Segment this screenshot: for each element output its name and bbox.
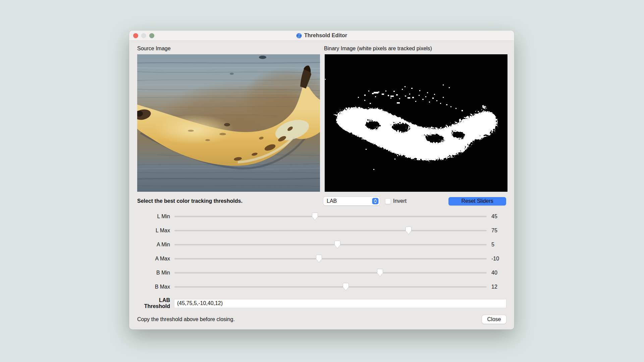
slider-track[interactable] (174, 258, 487, 259)
window-title: Threhsold Editor (304, 33, 347, 39)
slider-track[interactable] (174, 230, 487, 231)
close-button[interactable]: Close (482, 315, 506, 324)
slider-thumb[interactable] (334, 241, 340, 249)
traffic-lights (133, 33, 154, 38)
binary-image (325, 54, 507, 192)
slider-track[interactable] (174, 244, 487, 245)
slider-track[interactable] (174, 272, 487, 274)
invert-checkbox[interactable] (385, 198, 391, 204)
binary-image-label: Binary Image (white pixels are tracked p… (324, 46, 506, 52)
l-max-slider[interactable] (174, 226, 487, 235)
slider-thumb[interactable] (377, 269, 383, 277)
l-min-slider[interactable] (174, 212, 487, 221)
slider-value: 5 (491, 242, 506, 248)
colorspace-select[interactable]: LAB (323, 197, 380, 205)
slider-value: 12 (491, 284, 506, 290)
slider-label: L Max (137, 228, 170, 234)
titlebar[interactable]: Threhsold Editor (129, 31, 514, 41)
slider-label: B Min (137, 270, 170, 276)
invert-control: Invert (385, 198, 407, 204)
slider-value: 75 (491, 228, 506, 234)
threshold-value-input[interactable] (174, 299, 506, 308)
instruction-text: Select the best color tracking threshold… (137, 198, 323, 204)
source-image-label: Source Image (137, 46, 319, 52)
slider-row-l-max: L Max 75 (137, 224, 506, 238)
slider-label: B Max (137, 284, 170, 290)
slider-value: -10 (491, 256, 506, 262)
popup-stepper-icon (372, 198, 379, 204)
slider-label: A Min (137, 242, 170, 248)
threshold-label: LAB Threshold (137, 297, 170, 309)
slider-thumb[interactable] (316, 255, 322, 263)
slider-row-b-min: B Min 40 (137, 266, 506, 280)
reset-sliders-button[interactable]: Reset Sliders (448, 197, 506, 205)
slider-track[interactable] (174, 286, 487, 288)
b-min-slider[interactable] (174, 268, 487, 277)
a-max-slider[interactable] (174, 254, 487, 263)
source-image (137, 54, 320, 192)
slider-row-a-min: A Min 5 (137, 238, 506, 252)
b-max-slider[interactable] (174, 283, 487, 291)
slider-thumb[interactable] (406, 227, 412, 235)
colorspace-value: LAB (327, 198, 372, 204)
slider-value: 40 (491, 270, 506, 276)
slider-row-b-max: B Max 12 (137, 280, 506, 294)
zoom-window-button[interactable] (149, 33, 154, 38)
invert-label: Invert (393, 198, 407, 204)
sliders-group: L Min 45 L Max 75 (137, 209, 506, 294)
footer-note: Copy the threshold above before closing. (137, 316, 235, 322)
a-min-slider[interactable] (174, 240, 487, 249)
aperture-app-icon (296, 33, 302, 39)
slider-row-l-min: L Min 45 (137, 209, 506, 224)
slider-value: 45 (491, 214, 506, 220)
minimize-window-button[interactable] (141, 33, 146, 38)
slider-track[interactable] (174, 216, 487, 217)
threshold-editor-window: Threhsold Editor Source Image Binary Ima… (129, 31, 514, 329)
slider-row-a-max: A Max -10 (137, 252, 506, 266)
slider-label: L Min (137, 214, 170, 220)
slider-thumb[interactable] (312, 213, 318, 221)
slider-thumb[interactable] (343, 283, 349, 291)
slider-label: A Max (137, 256, 170, 262)
close-window-button[interactable] (133, 33, 138, 38)
